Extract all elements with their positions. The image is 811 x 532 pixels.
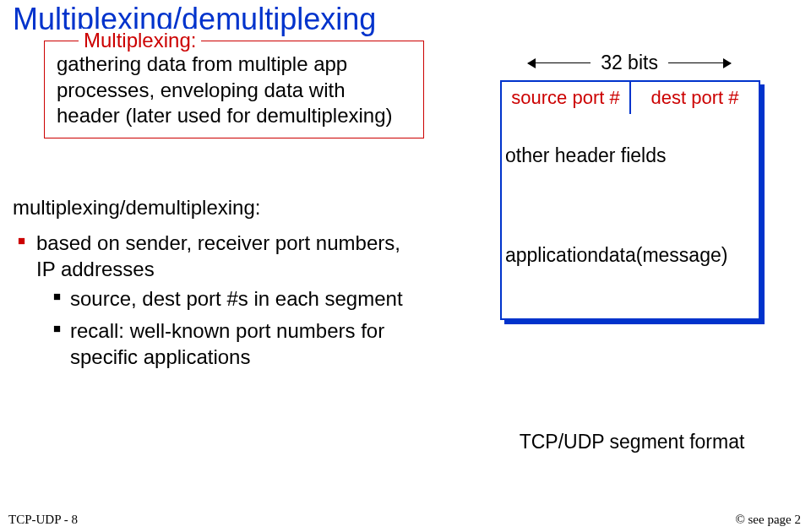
arrow-left-icon [528,62,591,64]
app-data-line2: data [598,243,636,268]
multiplexing-definition-box: Multiplexing: gathering data from multip… [44,41,424,138]
sub-bullet-text: recall: well-known port numbers for spec… [70,319,384,368]
sub-bullet-item: recall: well-known port numbers for spec… [36,318,410,370]
segment-diagram: source port # dest port # other header f… [500,80,760,320]
mux-box-legend: Multiplexing: [79,29,201,52]
sub-bullet-text: source, dest port #s in each segment [70,287,403,310]
bits-width-indicator: 32 bits [528,52,731,74]
bits-label: 32 bits [591,52,668,74]
arrow-right-icon [668,62,731,64]
bullet-item: based on sender, receiver port numbers, … [13,230,410,370]
segment-caption: TCP/UDP segment format [505,431,759,453]
app-data-line1: application [505,243,598,268]
bullet-list: based on sender, receiver port numbers, … [13,230,410,375]
mux-demux-heading: multiplexing/demultiplexing: [13,196,260,220]
sub-bullet-item: source, dest port #s in each segment [36,285,410,312]
dest-port-cell: dest port # [631,82,759,114]
footer-copyright: © see page 2 [735,513,801,527]
other-header-fields-cell: other header fields [500,114,760,211]
bullet-text: based on sender, receiver port numbers, … [36,231,400,280]
application-data-cell: application data (message) [500,209,760,320]
app-data-line3: (message) [636,243,728,268]
segment-port-row: source port # dest port # [500,80,760,116]
sub-bullet-list: source, dest port #s in each segment rec… [36,285,410,370]
source-port-cell: source port # [502,82,631,114]
mux-box-body: gathering data from multiple app process… [57,52,411,129]
footer-page-ref: TCP-UDP - 8 [8,513,78,527]
